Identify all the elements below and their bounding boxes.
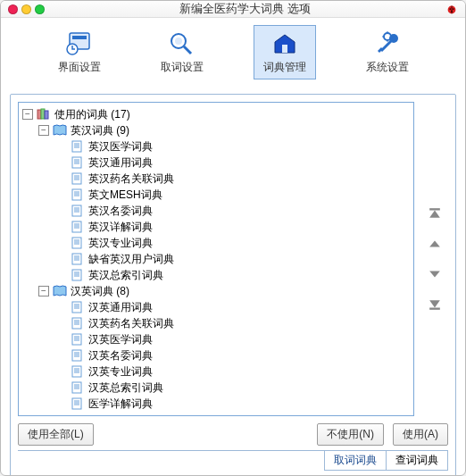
tree-label: 汉英通用词典 — [88, 300, 153, 315]
tree-item[interactable]: 汉英专业词典 — [22, 363, 410, 380]
svg-point-2 — [453, 8, 454, 10]
tool-label: 系统设置 — [366, 60, 409, 75]
page-icon — [71, 140, 85, 153]
window-controls — [8, 4, 45, 14]
tree-label[interactable]: 汉英词典 (8) — [71, 284, 129, 299]
unuse-button[interactable]: 不使用(N) — [317, 423, 384, 446]
svg-rect-20 — [72, 221, 81, 232]
page-icon — [71, 397, 85, 410]
tree-item[interactable]: 英汉总索引词典 — [22, 267, 410, 283]
svg-rect-26 — [72, 334, 81, 345]
page-icon — [71, 301, 85, 313]
books-icon — [37, 108, 51, 121]
svg-rect-21 — [72, 238, 81, 248]
svg-rect-30 — [72, 398, 81, 409]
tab-capture-dict[interactable]: 取词词典 — [324, 451, 387, 471]
tree-item[interactable]: 英文MESH词典 — [22, 187, 410, 203]
tool-label: 界面设置 — [58, 60, 101, 75]
tree-item[interactable]: 汉英药名关联词典 — [22, 315, 410, 331]
page-icon — [71, 333, 85, 346]
svg-rect-25 — [72, 318, 81, 329]
tree-label: 汉英名委词典 — [88, 348, 153, 363]
main-panel: −使用的词典 (17)−英汉词典 (9)英汉医学词典英汉通用词典英汉药名关联词典… — [10, 94, 456, 476]
svg-rect-14 — [45, 111, 48, 119]
tree-item[interactable]: 汉英名委词典 — [22, 347, 410, 363]
use-all-button[interactable]: 使用全部(L) — [18, 423, 94, 446]
page-icon — [71, 205, 85, 217]
reorder-controls — [421, 102, 448, 416]
tree-item[interactable]: 汉英总索引词典 — [22, 380, 410, 396]
page-icon — [71, 349, 85, 362]
svg-point-8 — [175, 38, 182, 45]
tree-item[interactable]: 汉英通用词典 — [22, 299, 410, 315]
move-bottom-button[interactable] — [425, 295, 445, 314]
dict-tree[interactable]: −使用的词典 (17)−英汉词典 (9)英汉医学词典英汉通用词典英汉药名关联词典… — [18, 102, 414, 416]
tree-label: 英汉总索引词典 — [88, 268, 163, 283]
svg-rect-28 — [72, 366, 81, 377]
expand-toggle[interactable]: − — [22, 109, 33, 120]
tool-label: 词典管理 — [263, 60, 306, 75]
page-icon — [71, 269, 85, 281]
close-icon[interactable] — [8, 4, 18, 14]
tree-item[interactable]: 英汉名委词典 — [22, 203, 410, 219]
tree-item[interactable]: 英汉专业词典 — [22, 235, 410, 251]
svg-rect-13 — [41, 109, 45, 119]
svg-point-1 — [449, 8, 451, 10]
zoom-icon[interactable] — [35, 4, 45, 14]
tree-label: 英汉药名关联词典 — [88, 171, 174, 187]
svg-rect-5 — [72, 36, 87, 39]
tree-label: 缺省英汉用户词典 — [88, 252, 174, 267]
expand-toggle[interactable]: − — [38, 286, 49, 296]
page-icon — [71, 172, 85, 185]
svg-rect-31 — [429, 208, 440, 210]
use-button[interactable]: 使用(A) — [393, 423, 448, 446]
tree-label: 汉英专业词典 — [88, 364, 153, 380]
titlebar: 新编全医药学大词典 选项 — [1, 1, 465, 18]
tree-label: 英汉名委词典 — [88, 204, 153, 219]
dict-tabs: 取词词典查词词典 — [18, 450, 448, 471]
svg-rect-29 — [72, 382, 81, 393]
svg-rect-18 — [72, 189, 81, 200]
svg-rect-9 — [282, 45, 287, 53]
tree-label[interactable]: 使用的词典 (17) — [54, 107, 130, 122]
tab-lookup-dict[interactable]: 查词词典 — [386, 451, 448, 471]
tool-label: 取词设置 — [161, 60, 204, 75]
svg-rect-23 — [72, 270, 81, 280]
tree-label: 英汉专业词典 — [88, 236, 153, 251]
svg-rect-17 — [72, 173, 81, 184]
tree-label[interactable]: 英汉词典 (9) — [71, 123, 129, 138]
expand-toggle[interactable]: − — [38, 125, 49, 136]
tool-capture-settings[interactable]: 取词设置 — [151, 25, 213, 79]
page-icon — [71, 381, 85, 394]
tree-item[interactable]: 英汉详解词典 — [22, 219, 410, 235]
page-icon — [71, 237, 85, 249]
move-up-button[interactable] — [425, 234, 445, 254]
tree-label: 汉英医学词典 — [88, 332, 153, 347]
move-top-button[interactable] — [425, 204, 445, 223]
svg-rect-16 — [72, 157, 81, 168]
tree-item[interactable]: 缺省英汉用户词典 — [22, 251, 410, 267]
ladybug-icon — [445, 3, 458, 15]
move-down-button[interactable] — [425, 264, 445, 284]
tree-label: 医学详解词典 — [88, 397, 153, 412]
tree-item[interactable]: 英汉药名关联词典 — [22, 171, 410, 187]
svg-rect-15 — [72, 141, 81, 152]
tree-item[interactable]: 英汉医学词典 — [22, 138, 410, 154]
svg-rect-32 — [429, 308, 440, 310]
page-icon — [71, 221, 85, 233]
tool-dict-manage[interactable]: 词典管理 — [254, 25, 316, 79]
tool-ui-settings[interactable]: 界面设置 — [48, 25, 111, 79]
tree-item[interactable]: 汉英医学词典 — [22, 331, 410, 347]
page-icon — [71, 365, 85, 378]
toolbar: 界面设置取词设置词典管理系统设置 — [1, 18, 465, 85]
tree-label: 英文MESH词典 — [88, 188, 162, 203]
tree-item[interactable]: 英汉通用词典 — [22, 154, 410, 171]
book-icon — [53, 124, 67, 137]
window-title: 新编全医药学大词典 选项 — [45, 1, 445, 17]
tree-item[interactable]: 医学详解词典 — [22, 396, 410, 412]
options-window: 新编全医药学大词典 选项 界面设置取词设置词典管理系统设置 −使用的词典 (17… — [0, 0, 466, 476]
tool-system-settings[interactable]: 系统设置 — [356, 25, 419, 79]
page-icon — [71, 253, 85, 265]
svg-rect-27 — [72, 350, 81, 361]
minimize-icon[interactable] — [21, 4, 31, 14]
